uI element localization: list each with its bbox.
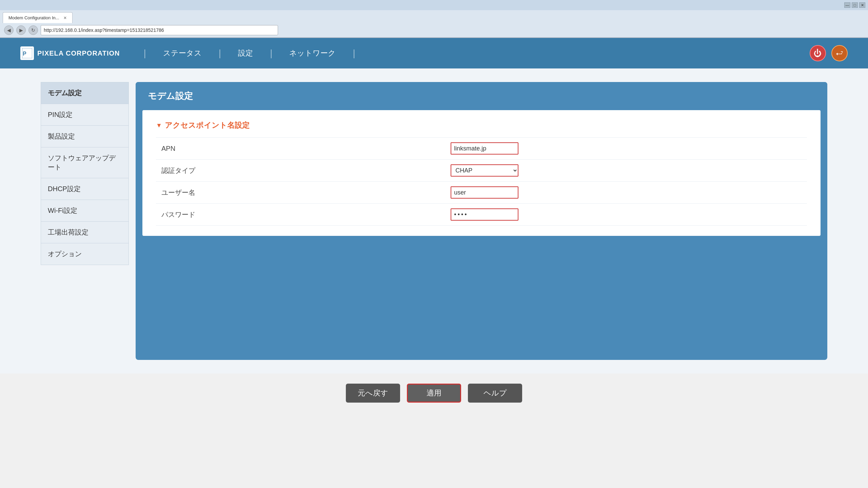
top-navbar: P PIXELA CORPORATION | ステータス | 設定 | ネットワ… (0, 38, 868, 68)
auth-type-cell: CHAP PAP NONE (445, 160, 807, 182)
nav-network[interactable]: ネットワーク (282, 48, 342, 58)
sidebar-item-modem[interactable]: モデム設定 (41, 82, 129, 104)
window-chrome: — □ ✕ (0, 0, 868, 10)
nav-divider-2: | (219, 48, 221, 59)
auth-type-row: 認証タイプ CHAP PAP NONE (156, 160, 807, 182)
minimize-button[interactable]: — (844, 2, 850, 8)
password-row: パスワード (156, 204, 807, 226)
sidebar-item-wifi[interactable]: Wi-Fi設定 (41, 200, 129, 221)
logo-icon: P (20, 46, 34, 60)
panel-header: モデム設定 (136, 82, 827, 110)
svg-text:P: P (23, 51, 26, 57)
username-input[interactable] (451, 186, 518, 199)
apn-cell (445, 138, 807, 160)
power-icon: ⏻ (814, 48, 822, 58)
logo: P PIXELA CORPORATION (20, 46, 120, 60)
nav-divider-3: | (270, 48, 272, 59)
address-bar[interactable]: http://192.168.0.1/index.asp?timestamp=1… (41, 25, 278, 35)
sidebar-item-factory[interactable]: 工場出荷設定 (41, 221, 129, 243)
nav-settings[interactable]: 設定 (231, 48, 260, 58)
close-button[interactable]: ✕ (859, 2, 865, 8)
username-cell (445, 182, 807, 204)
sidebar-item-dhcp[interactable]: DHCP設定 (41, 178, 129, 200)
back-button[interactable]: 元へ戻す (346, 384, 400, 403)
sidebar: モデム設定 PIN設定 製品設定 ソフトウェアアップデート DHCP設定 Wi-… (41, 82, 129, 360)
forward-button[interactable]: ▶ (16, 25, 26, 35)
logout-icon: ⮐ (836, 49, 843, 58)
apply-button[interactable]: 適用 (407, 384, 461, 403)
nav-status[interactable]: ステータス (156, 48, 209, 58)
main-content: モデム設定 PIN設定 製品設定 ソフトウェアアップデート DHCP設定 Wi-… (0, 68, 868, 373)
nav-divider-4: | (353, 48, 355, 59)
nav-right-buttons: ⏻ ⮐ (810, 45, 848, 61)
apn-label: APN (156, 138, 445, 160)
bottom-buttons: 元へ戻す 適用 ヘルプ (0, 373, 868, 413)
refresh-button[interactable]: ↻ (28, 25, 38, 35)
panel-body: アクセスポイント名設定 APN 認証タイプ CHAP PAP NONE (142, 110, 821, 236)
power-button[interactable]: ⏻ (810, 45, 826, 61)
nav-divider-1: | (144, 48, 146, 59)
tab-close-icon[interactable]: ✕ (63, 16, 67, 20)
sidebar-item-software[interactable]: ソフトウェアアップデート (41, 147, 129, 178)
password-label: パスワード (156, 204, 445, 226)
sidebar-item-option[interactable]: オプション (41, 243, 129, 265)
sidebar-item-pin[interactable]: PIN設定 (41, 104, 129, 125)
auth-type-label: 認証タイプ (156, 160, 445, 182)
logo-text: PIXELA CORPORATION (37, 49, 120, 57)
sidebar-item-product[interactable]: 製品設定 (41, 125, 129, 147)
username-label: ユーザー名 (156, 182, 445, 204)
password-cell (445, 204, 807, 226)
url-text: http://192.168.0.1/index.asp?timestamp=1… (44, 27, 164, 33)
auth-type-select[interactable]: CHAP PAP NONE (451, 164, 518, 177)
active-tab[interactable]: Modem Configuration In... ✕ (3, 12, 73, 23)
password-input[interactable] (451, 208, 518, 221)
maximize-button[interactable]: □ (852, 2, 858, 8)
panel-title: モデム設定 (148, 91, 193, 101)
help-button[interactable]: ヘルプ (468, 384, 522, 403)
apn-input[interactable] (451, 142, 518, 155)
username-row: ユーザー名 (156, 182, 807, 204)
form-table: APN 認証タイプ CHAP PAP NONE (156, 137, 807, 226)
apn-row: APN (156, 138, 807, 160)
section-title: アクセスポイント名設定 (156, 120, 807, 130)
content-panel: モデム設定 アクセスポイント名設定 APN 認証タイプ CHAP (136, 82, 827, 360)
back-button[interactable]: ◀ (4, 25, 14, 35)
logout-button[interactable]: ⮐ (831, 45, 848, 61)
tab-label: Modem Configuration In... (8, 15, 59, 20)
